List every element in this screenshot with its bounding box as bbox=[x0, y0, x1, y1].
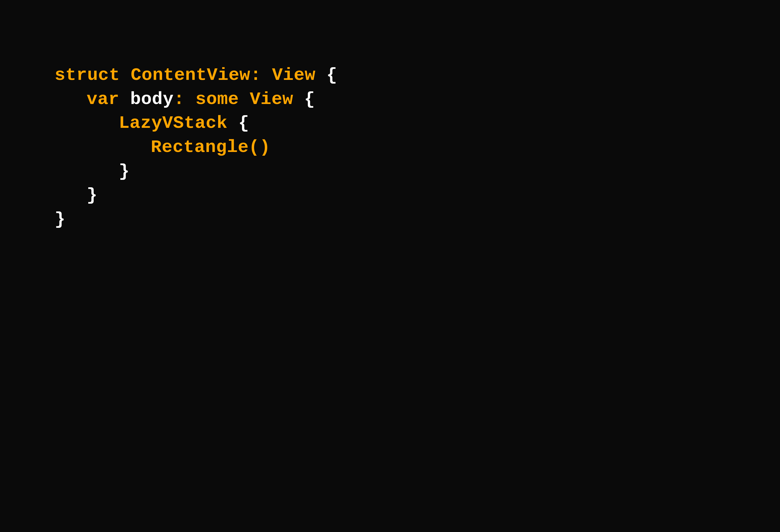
keyword-struct: struct bbox=[55, 63, 131, 87]
type-rectangle: Rectangle() bbox=[151, 135, 271, 159]
code-line-3: LazyVStack { bbox=[55, 111, 337, 135]
colon: : bbox=[250, 63, 272, 87]
type-view2: View bbox=[250, 87, 293, 111]
code-line-6: } bbox=[55, 183, 337, 207]
colon2: : bbox=[174, 87, 195, 111]
code-line-1: struct ContentView: View { bbox=[55, 63, 337, 87]
code-line-4: Rectangle() bbox=[55, 135, 337, 159]
code-line-2: var body: some View { bbox=[55, 87, 337, 111]
type-lazyvstack: LazyVStack bbox=[119, 111, 227, 135]
brace-open: { bbox=[315, 63, 337, 87]
brace-open3: { bbox=[228, 111, 249, 135]
type-view: View bbox=[272, 63, 315, 87]
brace-open2: { bbox=[293, 87, 315, 111]
brace-close3: } bbox=[55, 207, 65, 231]
property-body: body bbox=[130, 87, 174, 111]
code-block: struct ContentView: View { var body: som… bbox=[0, 0, 337, 231]
keyword-some: some bbox=[195, 87, 250, 111]
code-line-5: } bbox=[55, 159, 337, 183]
type-contentview: ContentView bbox=[131, 63, 250, 87]
brace-close1: } bbox=[119, 159, 130, 183]
code-line-7: } bbox=[55, 207, 337, 231]
keyword-var: var bbox=[87, 87, 130, 111]
brace-close2: } bbox=[87, 183, 98, 207]
